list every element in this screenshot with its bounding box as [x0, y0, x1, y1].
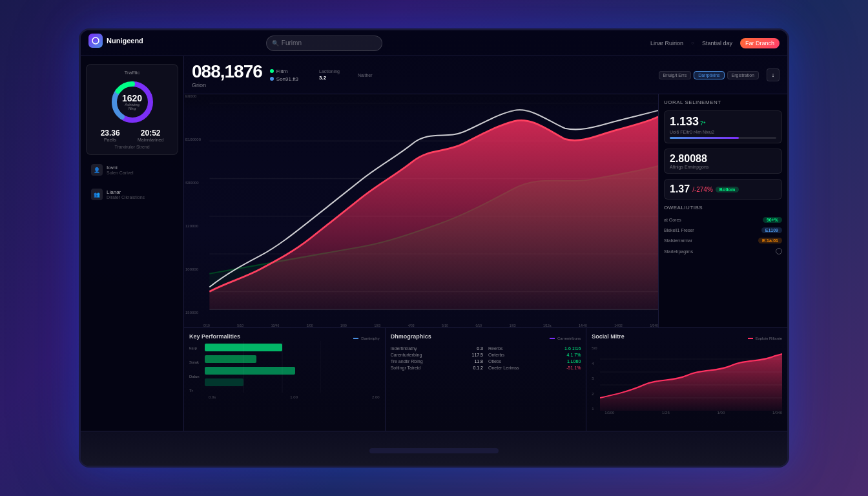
social-x-4: 1/040 [772, 411, 782, 415]
demographics-panel: Dhmographics Carrentribuns Indertintrath… [386, 328, 587, 431]
y-label-4: 120000 [185, 224, 201, 228]
demo-val-3: 11.8 [474, 359, 483, 364]
kpi-legend-line [353, 338, 358, 339]
kpi-x-labels: 0.0s 1.00 2.00 [189, 395, 380, 399]
social-legend: Exploin Riliante [748, 336, 782, 340]
right-section2-title: Owealiutibs [664, 205, 782, 211]
demo-val2-3: 1.L060 [567, 359, 581, 364]
nav-icon-2: 👥 [91, 189, 103, 200]
brand: Nunigeend [88, 34, 143, 48]
chart-tabs: Briuig/t Errs Darrptixins Ergistration [659, 71, 759, 79]
filter-opt-circle-4 [776, 248, 782, 254]
x-label-13: 14/02 [614, 324, 623, 327]
download-button[interactable]: ↓ [767, 68, 780, 81]
demo-val2-4: -51.1% [566, 366, 581, 370]
filter-opt-1: at Gores 90+% [664, 216, 782, 224]
demo-val-2: 117.5 [471, 353, 483, 357]
demo-row2-1: Reerbs 1.6 1t16 [488, 346, 581, 351]
demo-content: Indertintrathy 0.3 Carenturterbing 117.5… [391, 346, 581, 372]
monitor-stand [81, 431, 787, 468]
tab-1[interactable]: Briuig/t Errs [659, 71, 692, 79]
chart-row: E6000 E100000 S00000 120000 100000 15000… [184, 94, 787, 327]
metric1-label: Uoi6 FEltr0 r4m Nivu2 [670, 130, 776, 134]
traffic-label: Trafftic [92, 70, 172, 76]
social-y-labels: 5/0 4 3 2 1 [592, 346, 597, 411]
filter-options: at Gores 90+% Blekell1 Freser E1109 Stal… [664, 216, 782, 256]
y-label-3: S00000 [185, 181, 201, 185]
kpi-panel: Key Performalities Dantiniphy Ejup Soiuk [184, 328, 386, 431]
stats-row: 23.36 Paelts 20:52 Mainntarined [92, 129, 172, 142]
metric1-value: 1.133 [670, 115, 699, 129]
x-label-4: 2/00 [307, 324, 313, 327]
chart-legend: Flitrn Son91.ft3 [270, 68, 298, 82]
filter-value: 3.2 [319, 75, 340, 81]
header-right: Linar Ruirion ○ Stantial day Far Dranch [650, 38, 780, 48]
kpi-chart-svg [205, 341, 321, 393]
demo-legend-label: Carrentribuns [557, 336, 581, 340]
demo-row2-3: Otlebs 1.L060 [488, 359, 581, 364]
stat2: 20:52 Mainntarined [138, 129, 163, 142]
demo-legend-line [550, 338, 555, 339]
nav-item-2[interactable]: 👥 Lianar Dirater Cikraistions [86, 185, 178, 204]
demo-header: Dhmographics Carrentribuns [391, 333, 581, 344]
filter-opt-2: Blekell1 Freser E1109 [664, 226, 782, 234]
demo-title: Dhmographics [391, 333, 431, 340]
x-label-14: 1/040 [650, 324, 658, 327]
demo-label-1: Indertintrathy [391, 346, 417, 351]
kpi-x-1: 0.0s [209, 395, 216, 399]
social-y-2: 4 [592, 362, 597, 366]
kpi-row-4: Tr [189, 389, 200, 393]
demo-row-3: Tre andtir Rbing 11.8 [391, 359, 483, 364]
search-bar[interactable]: 🔍 Furimn [266, 36, 382, 51]
metric3-badge: Bottom [716, 187, 739, 192]
filter-opt-badge-3: E:1a:01 [758, 238, 782, 243]
kpi-row-3: Dalun [189, 375, 200, 378]
big-number-unit: Grion [192, 82, 262, 88]
bottom-panels: Key Performalities Dantiniphy Ejup Soiuk [184, 327, 787, 431]
donut-center: 1620 Achiving Nhg [121, 94, 143, 110]
social-x-2: 1/25 [662, 411, 670, 415]
demo-label-3: Tre andtir Rbing [391, 359, 423, 364]
social-legend-line [748, 338, 753, 339]
kpi-legend-label: Dantiniphy [361, 336, 379, 340]
sidebar: Trafftic 1620 Achiving Nhg [81, 56, 184, 431]
social-panel: Social Mitre Exploin Riliante 5/0 4 [586, 328, 787, 431]
filter-opt-badge-1: 90+% [763, 217, 782, 223]
demo-legend: Carrentribuns [550, 336, 581, 340]
x-label-12: 14/40 [579, 324, 587, 327]
search-placeholder: Furimn [282, 39, 302, 46]
nav-sub-1: Solen Carivel [107, 170, 134, 175]
social-y-4: 2 [592, 392, 597, 396]
kpi-legend: Dantiniphy [353, 336, 379, 340]
brand-icon [88, 34, 103, 48]
kpi-x-3: 2.00 [372, 395, 380, 399]
screen: Nunigeend 🔍 Furimn Linar Ruirion ○ Stant… [81, 30, 787, 431]
demo-label-4: Sottingr Taireid [391, 366, 421, 370]
demo-label2-3: Otlebs [488, 359, 501, 364]
demo-val-4: 0.1.2 [473, 366, 483, 370]
metric1-bar-fill [670, 137, 739, 139]
stat2-val: 20:52 [138, 129, 163, 138]
kpi-title: Key Performalities [189, 333, 240, 340]
y-label-5: 100000 [185, 267, 201, 271]
nav-item-1[interactable]: 👤 Iovni Solen Carivel [86, 160, 178, 180]
demo-row-2: Carenturterbing 117.5 [391, 353, 483, 357]
header-link1[interactable]: Linar Ruirion [650, 40, 683, 46]
brand-name: Nunigeend [107, 37, 143, 45]
x-label-8: 5/10 [442, 324, 448, 327]
kpi-bar-chart: Ejup Soiuk Dalun Tr [189, 344, 380, 395]
filter-opt-label-2: Blekell1 Freser [664, 228, 694, 232]
legend-dot-1 [270, 69, 274, 73]
metric-block-2: 2.80088 Afinigs Erminpgons [664, 149, 782, 174]
header-link2[interactable]: Stantial day [702, 40, 732, 46]
cta-button[interactable]: Far Dranch [740, 38, 780, 48]
tab-3[interactable]: Ergistration [727, 71, 759, 79]
demo-label2-2: Onterbs [488, 353, 504, 357]
header-bar: Nunigeend 🔍 Furimn Linar Ruirion ○ Stant… [81, 30, 787, 56]
legend-dot-2 [270, 77, 274, 81]
main-chart-area: E6000 E100000 S00000 120000 100000 15000… [184, 94, 658, 327]
main-chart-svg [184, 94, 658, 327]
legend-item-1: Flitrn [270, 68, 298, 74]
filter-label-2: Naither [358, 73, 373, 78]
tab-2[interactable]: Darrptixins [694, 71, 724, 79]
